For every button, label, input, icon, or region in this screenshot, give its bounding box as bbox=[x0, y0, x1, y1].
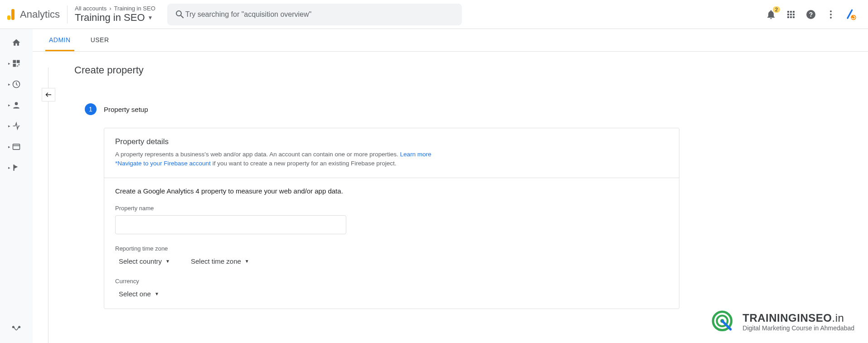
search-box[interactable] bbox=[167, 4, 462, 25]
account-selector[interactable]: All accounts › Training in SEO Training … bbox=[68, 5, 163, 24]
timezone-label: Reporting time zone bbox=[115, 245, 668, 252]
logo-block: Analytics bbox=[7, 5, 68, 24]
caret-down-icon: ▼ bbox=[165, 259, 170, 264]
svg-point-13 bbox=[19, 326, 20, 328]
step-number-badge: 1 bbox=[85, 103, 97, 115]
account-title-row[interactable]: Training in SEO ▼ bbox=[75, 12, 155, 24]
tabs: ADMIN USER bbox=[33, 29, 868, 52]
svg-rect-6 bbox=[13, 60, 16, 63]
caret-down-icon: ▼ bbox=[155, 291, 159, 296]
extension-icon[interactable] bbox=[845, 9, 857, 20]
timezone-dropdown-label: Select time zone bbox=[191, 257, 241, 265]
chevron-right-icon: › bbox=[109, 5, 111, 12]
header-icons: 2 ? bbox=[766, 9, 861, 20]
property-details-title: Property details bbox=[115, 137, 668, 146]
svg-point-12 bbox=[13, 326, 14, 328]
learn-more-link[interactable]: Learn more bbox=[400, 151, 431, 158]
timezone-dropdown[interactable]: Select time zone▼ bbox=[187, 256, 253, 267]
step-title: Property setup bbox=[104, 106, 148, 113]
rail-home-icon[interactable] bbox=[7, 37, 25, 48]
details-desc-text: A property represents a business's web a… bbox=[115, 151, 400, 158]
firebase-link[interactable]: *Navigate to your Firebase account bbox=[115, 160, 211, 167]
property-card: Property details A property represents a… bbox=[104, 128, 679, 309]
svg-point-4 bbox=[830, 17, 832, 19]
notification-badge: 2 bbox=[773, 6, 780, 13]
watermark-title: TRAININGINSEO.in bbox=[742, 312, 854, 324]
rail-realtime-icon[interactable]: ▸ bbox=[7, 79, 25, 90]
currency-label: Currency bbox=[115, 278, 668, 285]
rail-acquisition-icon[interactable]: ▸ bbox=[7, 121, 25, 131]
account-title: Training in SEO bbox=[75, 12, 145, 24]
property-form-section: Create a Google Analytics 4 property to … bbox=[104, 178, 679, 309]
stepper-line bbox=[48, 68, 48, 343]
left-rail: ▸ ▸ ▸ ▸ ▸ ▸ bbox=[0, 29, 33, 343]
breadcrumb-property: Training in SEO bbox=[114, 5, 155, 12]
property-name-label: Property name bbox=[115, 205, 668, 212]
breadcrumb: All accounts › Training in SEO bbox=[75, 5, 155, 12]
search-icon bbox=[175, 9, 185, 20]
rail-audience-icon[interactable]: ▸ bbox=[7, 100, 25, 111]
svg-text:?: ? bbox=[809, 11, 813, 18]
content: ADMIN USER Create property 1 Property se… bbox=[33, 29, 868, 343]
rail-attribution-icon[interactable] bbox=[7, 323, 25, 334]
header: Analytics All accounts › Training in SEO… bbox=[0, 0, 868, 29]
svg-rect-11 bbox=[13, 144, 20, 150]
tab-user[interactable]: USER bbox=[87, 29, 113, 51]
watermark-subtitle: Digital Marketing Course in Ahmedabad bbox=[742, 324, 854, 332]
property-name-input[interactable] bbox=[115, 215, 346, 234]
watermark-target-icon bbox=[711, 309, 735, 334]
search-input[interactable] bbox=[185, 10, 455, 19]
apps-icon[interactable] bbox=[786, 9, 796, 20]
analytics-logo-icon bbox=[7, 9, 15, 20]
property-details-desc: A property represents a business's web a… bbox=[115, 150, 668, 169]
tab-admin[interactable]: ADMIN bbox=[45, 29, 74, 51]
step-header: 1 Property setup bbox=[85, 103, 868, 115]
caret-down-icon: ▼ bbox=[148, 14, 153, 21]
rail-conversions-icon[interactable]: ▸ bbox=[7, 162, 25, 173]
svg-point-3 bbox=[830, 14, 832, 15]
help-icon[interactable]: ? bbox=[805, 9, 816, 20]
main-area: Create property 1 Property setup Propert… bbox=[33, 52, 868, 343]
more-vert-icon[interactable] bbox=[825, 9, 836, 20]
svg-rect-7 bbox=[17, 60, 20, 63]
back-button[interactable] bbox=[42, 88, 55, 101]
firebase-tail-text: if you want to create a new property for… bbox=[211, 160, 397, 167]
page-title: Create property bbox=[74, 64, 868, 76]
breadcrumb-all: All accounts bbox=[75, 5, 107, 12]
currency-dropdown[interactable]: Select one▼ bbox=[115, 288, 163, 300]
property-details-section: Property details A property represents a… bbox=[104, 128, 679, 178]
svg-point-10 bbox=[15, 102, 18, 105]
watermark: TRAININGINSEO.in Digital Marketing Cours… bbox=[711, 309, 854, 334]
app-name: Analytics bbox=[20, 9, 60, 20]
svg-point-2 bbox=[830, 10, 832, 12]
caret-down-icon: ▼ bbox=[245, 259, 249, 264]
currency-dropdown-label: Select one bbox=[119, 290, 151, 298]
svg-rect-8 bbox=[13, 64, 16, 67]
rail-dashboard-icon[interactable]: ▸ bbox=[7, 58, 25, 69]
notifications-icon[interactable]: 2 bbox=[766, 9, 776, 20]
country-dropdown-label: Select country bbox=[119, 257, 162, 265]
ga4-line: Create a Google Analytics 4 property to … bbox=[115, 187, 668, 195]
country-dropdown[interactable]: Select country▼ bbox=[115, 256, 174, 267]
rail-behavior-icon[interactable]: ▸ bbox=[7, 141, 25, 152]
